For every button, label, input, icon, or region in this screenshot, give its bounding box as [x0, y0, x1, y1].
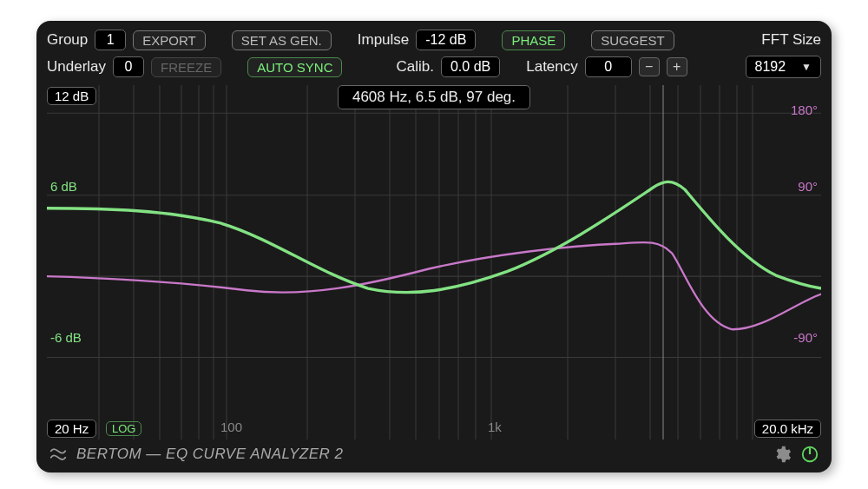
- group-value[interactable]: 1: [95, 30, 126, 50]
- toolbar: Group 1 EXPORT SET AS GEN. Impulse -12 d…: [36, 21, 832, 83]
- phase-tick-180: 180°: [791, 102, 818, 117]
- impulse-value[interactable]: -12 dB: [416, 30, 476, 50]
- power-button[interactable]: [800, 445, 819, 464]
- underlay-value[interactable]: 0: [113, 56, 144, 77]
- underlay-label: Underlay: [47, 58, 106, 76]
- impulse-label: Impulse: [358, 31, 410, 49]
- freq-range-min[interactable]: 20 Hz: [47, 420, 96, 438]
- latency-minus-button[interactable]: −: [639, 57, 660, 76]
- settings-button[interactable]: [773, 445, 792, 464]
- fft-size-group: FFT Size: [761, 31, 821, 49]
- db-tick-6: 6 dB: [50, 179, 77, 194]
- calib-value[interactable]: 0.0 dB: [441, 56, 500, 77]
- phase-button[interactable]: PHASE: [502, 30, 565, 50]
- phase-tick-minus90: -90°: [793, 330, 818, 345]
- chevron-down-icon: ▼: [801, 61, 812, 73]
- fft-size-select[interactable]: 8192 ▼: [746, 56, 821, 78]
- freq-range-max[interactable]: 20.0 kHz: [754, 420, 821, 438]
- group-label: Group: [47, 31, 88, 49]
- freeze-button[interactable]: FREEZE: [151, 57, 221, 77]
- brand-title: BERTOM — EQ CURVE ANALYZER 2: [76, 446, 344, 463]
- plugin-window: Group 1 EXPORT SET AS GEN. Impulse -12 d…: [36, 21, 832, 472]
- suggest-button[interactable]: SUGGEST: [591, 30, 674, 50]
- export-button[interactable]: EXPORT: [133, 30, 205, 50]
- latency-value[interactable]: 0: [585, 56, 632, 77]
- set-as-gen-button[interactable]: SET AS GEN.: [232, 30, 332, 50]
- db-range-top[interactable]: 12 dB: [47, 87, 96, 105]
- footer: BERTOM — EQ CURVE ANALYZER 2: [36, 439, 832, 472]
- latency-label: Latency: [526, 58, 578, 76]
- freq-tick-1k: 1k: [488, 420, 502, 434]
- toolbar-row-2: Underlay 0 FREEZE AUTO SYNC Calib. 0.0 d…: [47, 56, 821, 78]
- graph-area[interactable]: 12 dB 4608 Hz, 6.5 dB, 97 deg. 6 dB -6 d…: [47, 85, 821, 439]
- gear-icon: [773, 445, 792, 464]
- cursor-readout: 4608 Hz, 6.5 dB, 97 deg.: [338, 85, 530, 109]
- phase-tick-90: 90°: [798, 179, 818, 194]
- eq-curve-chart: [47, 85, 821, 439]
- freq-tick-100: 100: [220, 420, 242, 434]
- calib-label: Calib.: [396, 58, 433, 76]
- phase-curve: [47, 242, 821, 329]
- toolbar-row-1: Group 1 EXPORT SET AS GEN. Impulse -12 d…: [47, 30, 821, 50]
- auto-sync-button[interactable]: AUTO SYNC: [247, 57, 342, 77]
- db-tick-minus6: -6 dB: [50, 330, 82, 345]
- latency-plus-button[interactable]: +: [667, 57, 687, 76]
- power-icon: [800, 445, 819, 464]
- fft-size-value: 8192: [755, 59, 786, 75]
- fft-size-label: FFT Size: [761, 31, 821, 49]
- log-scale-button[interactable]: LOG: [106, 421, 141, 436]
- brand-logo-icon: [49, 445, 68, 464]
